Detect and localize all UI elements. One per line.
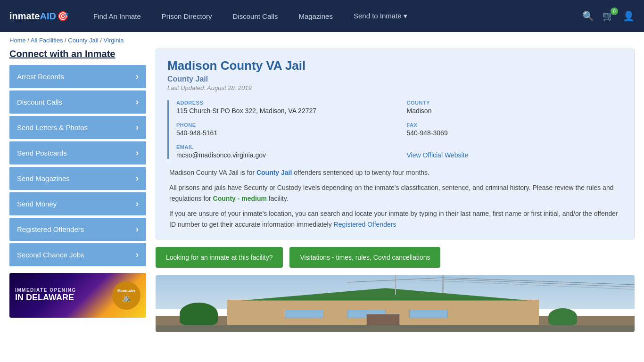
facility-name: Madison County VA Jail xyxy=(167,58,623,73)
cart-icon[interactable]: 🛒 0 xyxy=(603,10,614,22)
county-label: COUNTY xyxy=(407,100,623,106)
chevron-right-icon: › xyxy=(136,123,139,132)
chevron-right-icon: › xyxy=(136,250,139,260)
chevron-right-icon: › xyxy=(136,72,139,82)
ad-logo: Mountaire ⛰️ xyxy=(112,281,140,310)
main-nav: Find An Inmate Prison Directory Discount… xyxy=(83,0,582,32)
facility-type: County Jail xyxy=(167,75,623,83)
phone-block: PHONE 540-948-5161 xyxy=(176,122,393,137)
photo-window1 xyxy=(285,310,323,318)
sidebar-item-send-letters[interactable]: Send Letters & Photos › xyxy=(9,116,146,139)
sidebar-label: Registered Offenders xyxy=(17,225,84,233)
email-value: mcso@madisonco.virginia.gov xyxy=(176,151,393,159)
search-icon[interactable]: 🔍 xyxy=(582,10,594,22)
breadcrumb-county-jail[interactable]: County Jail xyxy=(68,37,98,44)
sidebar-label: Send Letters & Photos xyxy=(17,123,88,132)
ad-brand-icon: Mountaire xyxy=(117,288,135,293)
address-label: ADDRESS xyxy=(176,100,393,106)
sidebar-label: Send Money xyxy=(17,200,57,208)
sidebar-label: Second Chance Jobs xyxy=(17,251,84,259)
user-icon[interactable]: 👤 xyxy=(623,10,635,22)
phone-value: 540-948-5161 xyxy=(176,129,393,137)
county-medium-link[interactable]: County - medium xyxy=(213,195,267,202)
sidebar-item-discount-calls[interactable]: Discount Calls › xyxy=(9,90,146,114)
find-inmate-button[interactable]: Looking for an inmate at this facility? xyxy=(156,247,283,268)
phone-label: PHONE xyxy=(176,122,393,128)
email-label: EMAIL xyxy=(176,144,393,150)
website-block: View Official Website xyxy=(407,144,623,159)
sidebar-item-second-chance-jobs[interactable]: Second Chance Jobs › xyxy=(9,243,146,266)
breadcrumb-home[interactable]: Home xyxy=(9,37,26,44)
sidebar-title: Connect with an Inmate xyxy=(9,49,146,59)
photo-flag-pole xyxy=(395,275,396,295)
desc-para1: Madison County VA Jail is for County Jai… xyxy=(169,167,621,178)
sidebar-label: Discount Calls xyxy=(17,98,62,106)
sidebar-item-arrest-records[interactable]: Arrest Records › xyxy=(9,65,146,88)
chevron-right-icon: › xyxy=(136,199,139,209)
county-jail-link[interactable]: County Jail xyxy=(256,169,292,176)
fax-value: 540-948-3069 xyxy=(407,129,623,137)
sidebar-item-registered-offenders[interactable]: Registered Offenders › xyxy=(9,218,146,241)
ad-mountain-icon: ⛰️ xyxy=(122,293,131,302)
photo-window3 xyxy=(409,310,447,318)
chevron-right-icon: › xyxy=(136,173,139,183)
chevron-right-icon: › xyxy=(136,224,139,234)
logo-aid: AID xyxy=(40,11,56,22)
chevron-right-icon: › xyxy=(136,148,139,158)
sidebar-menu: Arrest Records › Discount Calls › Send L… xyxy=(9,65,146,266)
desc-para2: All prisons and jails have Security or C… xyxy=(169,182,621,204)
ad-text: IMMEDIATE OPENING IN DELAWARE xyxy=(15,288,112,303)
sidebar-ad[interactable]: IMMEDIATE OPENING IN DELAWARE Mountaire … xyxy=(9,273,146,318)
cart-badge: 0 xyxy=(611,8,618,15)
nav-magazines[interactable]: Magazines xyxy=(288,0,343,32)
photo-tree2 xyxy=(548,308,577,325)
nav-prison-directory[interactable]: Prison Directory xyxy=(151,0,223,32)
action-buttons: Looking for an inmate at this facility? … xyxy=(156,247,635,268)
sidebar-label: Send Magazines xyxy=(17,174,70,182)
fax-label: FAX xyxy=(407,122,623,128)
breadcrumb: Home / All Facilities / County Jail / Vi… xyxy=(0,32,644,49)
facility-photo xyxy=(156,275,635,332)
ad-line1: IMMEDIATE OPENING xyxy=(15,288,112,293)
chevron-right-icon: › xyxy=(136,97,139,107)
address-block: ADDRESS 115 Church St PO Box 322, Madiso… xyxy=(176,100,393,115)
info-grid: ADDRESS 115 Church St PO Box 322, Madiso… xyxy=(167,100,623,159)
website-link[interactable]: View Official Website xyxy=(407,151,469,159)
sidebar-label: Arrest Records xyxy=(17,73,64,81)
photo-road xyxy=(156,325,635,332)
nav-discount-calls[interactable]: Discount Calls xyxy=(223,0,289,32)
email-block: EMAIL mcso@madisonco.virginia.gov xyxy=(176,144,393,159)
county-block: COUNTY Madison xyxy=(407,100,623,115)
svg-line-0 xyxy=(443,278,635,285)
main-layout: Connect with an Inmate Arrest Records › … xyxy=(0,49,644,341)
photo-tree1 xyxy=(180,303,218,325)
ad-line2: IN DELAWARE xyxy=(15,293,112,303)
svg-line-1 xyxy=(443,279,635,287)
county-value: Madison xyxy=(407,107,623,115)
address-value: 115 Church St PO Box 322, Madison, VA 22… xyxy=(176,107,393,115)
logo-icon: 🎯 xyxy=(57,10,69,22)
desc-para3: If you are unsure of your inmate's locat… xyxy=(169,208,621,230)
photo-door xyxy=(366,314,400,325)
content-area: Madison County VA Jail County Jail Last … xyxy=(156,49,635,332)
breadcrumb-virginia[interactable]: Virginia xyxy=(103,37,124,44)
nav-send-to-inmate[interactable]: Send to Inmate ▾ xyxy=(343,0,418,32)
header-icons: 🔍 🛒 0 👤 xyxy=(582,10,635,22)
sidebar-item-send-postcards[interactable]: Send Postcards › xyxy=(9,141,146,165)
header: inmate AID 🎯 Find An Inmate Prison Direc… xyxy=(0,0,644,32)
visitations-button[interactable]: Visitations - times, rules, Covid cancel… xyxy=(289,247,440,268)
sidebar-item-send-magazines[interactable]: Send Magazines › xyxy=(9,167,146,190)
sidebar: Connect with an Inmate Arrest Records › … xyxy=(9,49,146,332)
sidebar-label: Send Postcards xyxy=(17,149,67,157)
logo[interactable]: inmate AID 🎯 xyxy=(9,10,69,22)
facility-description: Madison County VA Jail is for County Jai… xyxy=(167,167,623,230)
fax-block: FAX 540-948-3069 xyxy=(407,122,623,137)
registered-offenders-link[interactable]: Registered Offenders xyxy=(334,221,396,228)
facility-last-updated: Last Updated: August 28, 2019 xyxy=(167,84,623,91)
sidebar-item-send-money[interactable]: Send Money › xyxy=(9,192,146,215)
logo-text: inmate xyxy=(9,11,40,22)
nav-find-inmate[interactable]: Find An Inmate xyxy=(83,0,151,32)
breadcrumb-all-facilities[interactable]: All Facilities xyxy=(31,37,63,44)
facility-card: Madison County VA Jail County Jail Last … xyxy=(156,49,635,239)
svg-line-2 xyxy=(419,280,635,289)
